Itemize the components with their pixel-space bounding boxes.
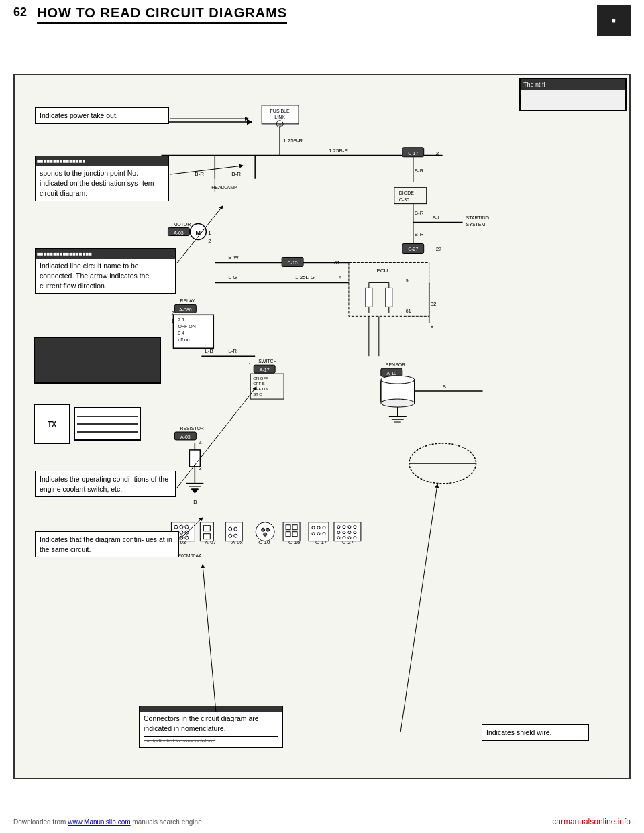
svg-marker-110 [191,489,199,494]
svg-text:A-080: A-080 [179,307,192,312]
junction-dark-header: ■■■■■■■■■■■■■■■ [36,156,168,166]
svg-text:B-R: B-R [415,231,424,237]
svg-text:HEADLAMP: HEADLAMP [211,185,237,190]
corner-tab-symbol: ■ [612,17,615,24]
callout-power-takeout: Indicates power take out. [35,107,169,124]
svg-text:OFF  ON: OFF ON [178,324,195,329]
page-number: 62 [13,5,27,19]
callout-continues: Indicates that the diagram contin- ues a… [35,531,179,557]
svg-rect-129 [200,522,213,541]
svg-text:C-30: C-30 [399,197,409,202]
corner-tab: ■ [597,5,631,36]
svg-text:B: B [193,499,197,505]
diagram-container: The nt fl FUSIBLE LINK ⊗ 1.25B-R 1.25B-R… [13,74,631,779]
svg-text:SENSOR: SENSOR [386,362,405,367]
svg-point-85 [381,376,415,384]
svg-text:B: B [443,384,446,390]
svg-text:32: 32 [431,301,437,307]
svg-text:SWITCH: SWITCH [258,359,276,364]
svg-text:L-B: L-B [205,348,213,354]
callout-junction: ■■■■■■■■■■■■■■■ sponds to the junction p… [35,156,169,201]
arrow-power [169,115,276,142]
svg-text:ON  OFF: ON OFF [253,376,268,380]
footer-brand: carmanualsonline.info [552,817,631,826]
svg-point-86 [381,399,415,407]
svg-text:A-03: A-03 [174,231,184,235]
svg-point-139 [266,528,270,531]
svg-point-137 [256,522,274,541]
svg-text:A-17: A-17 [260,368,270,372]
svg-text:ECU: ECU [376,268,388,274]
footer: Downloaded from www.Manualslib.com manua… [13,817,631,826]
svg-rect-153 [334,522,361,541]
svg-rect-46 [386,288,392,307]
page-title: HOW TO READ CIRCUIT DIAGRAMS [37,5,287,24]
svg-text:1.25L-G: 1.25L-G [295,274,315,280]
callout-current-flow: ■■■■■■■■■■■■■■■■■ Indicated line circuit… [35,248,176,294]
svg-text:27: 27 [436,246,442,252]
svg-text:B-L: B-L [433,215,441,221]
svg-text:3: 3 [199,465,202,471]
svg-text:1: 1 [208,230,211,236]
page-header: 62 HOW TO READ CIRCUIT DIAGRAMS [13,5,631,24]
svg-text:L-G: L-G [228,274,237,280]
svg-text:B-W: B-W [228,254,239,260]
svg-text:4: 4 [199,440,202,446]
svg-text:STARTING: STARTING [466,215,490,220]
svg-text:OFF  B: OFF B [253,382,265,386]
svg-rect-102 [189,450,200,467]
svg-text:OFF  ON: OFF ON [253,387,268,391]
connector-lines [74,407,141,441]
svg-text:61: 61 [334,260,340,266]
svg-text:FUSIBLE: FUSIBLE [270,109,290,113]
svg-text:M: M [196,229,201,236]
tx-block: TX [34,404,70,444]
footer-link[interactable]: www.Manualslib.com [68,818,130,826]
svg-text:⊗: ⊗ [278,123,282,127]
svg-text:61: 61 [406,309,411,313]
callout-connectors: Connectors in the circuit diagram are in… [139,706,283,748]
svg-text:1.25B-R: 1.25B-R [329,148,348,154]
svg-text:L-R: L-R [228,348,237,354]
svg-text:RESISTOR: RESISTOR [180,426,204,431]
svg-text:C-15: C-15 [288,260,298,265]
svg-text:C-27: C-27 [408,247,418,252]
svg-text:B-R: B-R [415,210,424,216]
svg-text:ST  C: ST C [253,392,262,396]
svg-text:B-R: B-R [415,168,424,174]
current-flow-dark-header: ■■■■■■■■■■■■■■■■■ [36,249,175,259]
svg-text:1.25B-R: 1.25B-R [283,137,303,144]
svg-point-140 [264,533,267,536]
svg-text:1: 1 [248,362,251,367]
svg-text:9: 9 [406,278,409,283]
footer-download: Downloaded from www.Manualslib.com manua… [13,818,202,826]
svg-text:RELAY: RELAY [180,298,195,303]
svg-text:MOTOR: MOTOR [173,222,191,227]
svg-rect-44 [366,288,372,307]
svg-text:B-R: B-R [231,171,241,177]
svg-text:A-03: A-03 [180,435,191,439]
svg-point-138 [262,528,265,531]
callout-shield-wire: Indicates shield wire. [482,724,589,741]
svg-rect-132 [225,522,242,541]
svg-text:4: 4 [339,274,342,280]
dark-callout-block [34,337,161,384]
svg-text:A-10: A-10 [386,371,396,376]
svg-text:8: 8 [431,323,434,329]
svg-text:2: 2 [436,150,439,156]
svg-text:DIODE: DIODE [399,190,414,195]
svg-text:SYSTEM: SYSTEM [466,222,486,227]
callout-operating: Indicates the operating condi- tions of … [35,471,176,497]
svg-text:2: 2 [171,311,174,315]
tx-label: TX [48,421,56,428]
svg-text:3  4: 3 4 [178,331,184,335]
svg-text:B-R: B-R [195,171,204,177]
svg-rect-146 [309,522,329,541]
svg-text:2 1: 2 1 [178,317,184,322]
svg-text:C-17: C-17 [408,151,418,156]
svg-text:1: 1 [171,319,174,323]
svg-text:off  on: off on [178,337,189,342]
svg-text:2: 2 [208,238,211,244]
